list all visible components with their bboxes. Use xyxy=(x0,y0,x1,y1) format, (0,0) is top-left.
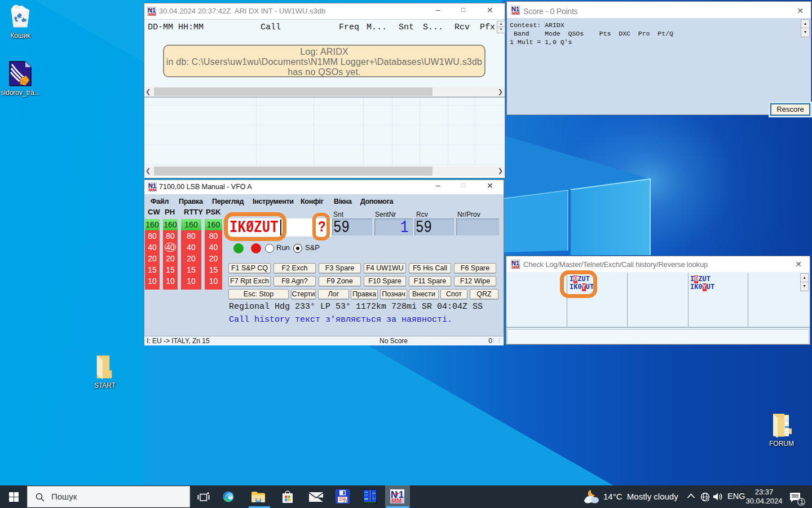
svg-text:+: + xyxy=(514,6,517,11)
svg-text:+: + xyxy=(150,7,153,12)
svg-text:MM: MM xyxy=(148,12,156,16)
svg-text:MM: MM xyxy=(512,11,520,15)
svg-text:+: + xyxy=(151,182,153,187)
svg-text:MM: MM xyxy=(512,265,520,269)
svg-text:31: 31 xyxy=(343,499,347,503)
svg-text:+: + xyxy=(514,260,517,265)
svg-text:+: + xyxy=(395,490,399,498)
svg-text:MM: MM xyxy=(149,187,157,191)
svg-text:MM: MM xyxy=(391,497,401,503)
svg-text:1: 1 xyxy=(800,498,804,505)
